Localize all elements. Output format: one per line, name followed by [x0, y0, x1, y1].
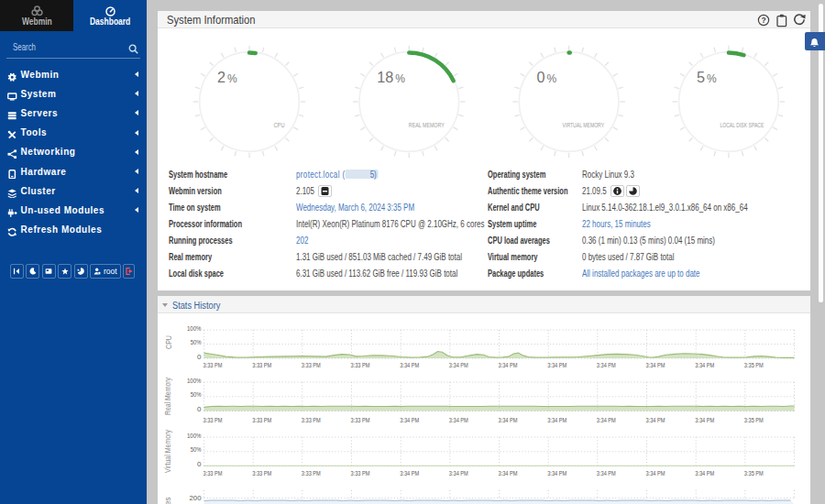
svg-text:3:34 PM: 3:34 PM — [547, 415, 566, 423]
svg-text:3:34 PM: 3:34 PM — [498, 468, 517, 477]
svg-text:50%: 50% — [190, 390, 201, 399]
svg-text:3:34 PM: 3:34 PM — [448, 361, 468, 369]
svg-text:3:35 PM: 3:35 PM — [743, 468, 763, 477]
svg-text:3:35 PM: 3:35 PM — [743, 361, 763, 369]
svg-text:3:34 PM: 3:34 PM — [695, 361, 714, 369]
svg-text:0%: 0% — [536, 69, 556, 85]
svg-text:2%: 2% — [217, 69, 237, 85]
svg-text:0: 0 — [197, 405, 202, 413]
svg-text:?: ? — [762, 16, 766, 25]
svg-text:3:34 PM: 3:34 PM — [596, 415, 615, 423]
svg-text:3:33 PM: 3:33 PM — [350, 468, 369, 477]
svg-text:3:33 PM: 3:33 PM — [252, 415, 271, 423]
svg-text:3:33 PM: 3:33 PM — [350, 361, 369, 369]
svg-text:3:33 PM: 3:33 PM — [252, 361, 271, 369]
svg-text:3:34 PM: 3:34 PM — [400, 361, 419, 369]
svg-text:3:34 PM: 3:34 PM — [547, 468, 566, 477]
svg-text:3:34 PM: 3:34 PM — [645, 361, 665, 369]
svg-text:3:33 PM: 3:33 PM — [203, 415, 222, 423]
svg-text:3:35 PM: 3:35 PM — [743, 415, 763, 423]
svg-text:100%: 100% — [187, 376, 202, 384]
svg-text:3:34 PM: 3:34 PM — [448, 415, 468, 423]
svg-text:0: 0 — [197, 460, 202, 468]
svg-text:3:33 PM: 3:33 PM — [301, 415, 320, 423]
svg-text:3:34 PM: 3:34 PM — [645, 415, 665, 423]
svg-text:3:34 PM: 3:34 PM — [596, 468, 615, 477]
svg-text:VIRTUAL MEMORY: VIRTUAL MEMORY — [562, 121, 604, 129]
svg-text:100%: 100% — [187, 323, 202, 332]
svg-text:18%: 18% — [377, 69, 405, 85]
svg-text:3:34 PM: 3:34 PM — [695, 468, 714, 477]
svg-text:50%: 50% — [190, 338, 201, 346]
svg-text:3:34 PM: 3:34 PM — [400, 415, 419, 423]
svg-text:3:33 PM: 3:33 PM — [203, 468, 222, 477]
svg-text:3:33 PM: 3:33 PM — [301, 361, 320, 369]
svg-text:3:34 PM: 3:34 PM — [695, 415, 714, 423]
svg-text:3:34 PM: 3:34 PM — [400, 468, 419, 477]
svg-text:3:34 PM: 3:34 PM — [596, 361, 615, 369]
svg-text:3:33 PM: 3:33 PM — [350, 415, 369, 423]
svg-text:0: 0 — [197, 352, 202, 360]
svg-text:5%: 5% — [696, 69, 716, 85]
svg-text:100%: 100% — [187, 431, 202, 439]
svg-text:REAL MEMORY: REAL MEMORY — [408, 121, 444, 129]
svg-text:CPU: CPU — [163, 335, 172, 349]
svg-text:CPU: CPU — [273, 121, 284, 129]
svg-text:Processes: Processes — [162, 497, 171, 504]
svg-text:200: 200 — [189, 493, 202, 501]
svg-text:50%: 50% — [190, 445, 201, 454]
svg-text:3:33 PM: 3:33 PM — [203, 361, 222, 369]
svg-text:3:34 PM: 3:34 PM — [498, 361, 517, 369]
svg-text:3:34 PM: 3:34 PM — [498, 415, 517, 423]
svg-text:Real Memory: Real Memory — [162, 377, 171, 415]
svg-text:3:34 PM: 3:34 PM — [547, 361, 566, 369]
svg-text:3:33 PM: 3:33 PM — [301, 468, 320, 477]
svg-text:Virtual Memory: Virtual Memory — [162, 429, 171, 473]
svg-text:3:34 PM: 3:34 PM — [448, 468, 468, 477]
svg-text:LOCAL DISK SPACE: LOCAL DISK SPACE — [720, 121, 764, 129]
svg-text:3:34 PM: 3:34 PM — [645, 468, 665, 477]
svg-text:3:33 PM: 3:33 PM — [252, 468, 271, 477]
